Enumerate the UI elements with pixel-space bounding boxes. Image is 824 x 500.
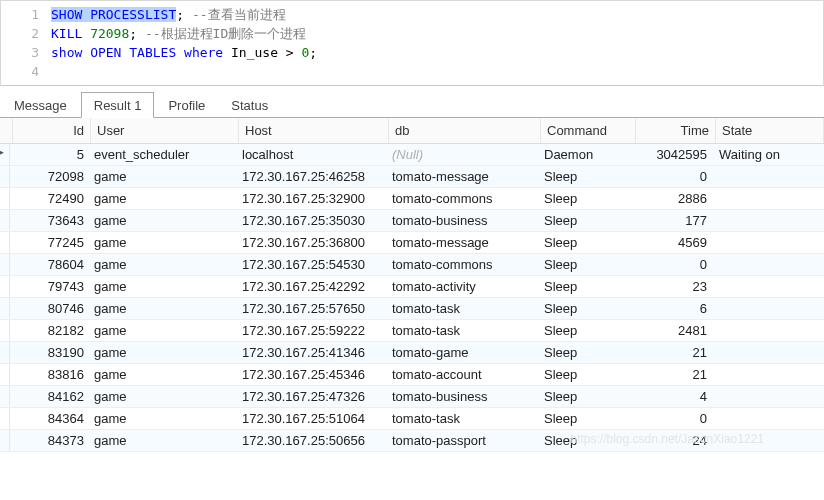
grid-header: Id User Host db Command Time State [0,118,824,144]
table-row[interactable]: 84364game172.30.167.25:51064tomato-taskS… [0,408,824,430]
table-row[interactable]: 73643game172.30.167.25:35030tomato-busin… [0,210,824,232]
tab-result-1[interactable]: Result 1 [81,92,155,118]
table-row[interactable]: 77245game172.30.167.25:36800tomato-messa… [0,232,824,254]
tab-profile[interactable]: Profile [156,93,217,117]
tab-status[interactable]: Status [219,93,280,117]
table-row[interactable]: 84373game172.30.167.25:50656tomato-passp… [0,430,824,452]
col-time[interactable]: Time [636,118,716,143]
col-host[interactable]: Host [239,118,389,143]
editor-code[interactable]: SHOW PROCESSLIST; --查看当前进程KILL 72098; --… [51,5,823,81]
table-row[interactable]: 83816game172.30.167.25:45346tomato-accou… [0,364,824,386]
table-row[interactable]: 72490game172.30.167.25:32900tomato-commo… [0,188,824,210]
table-row[interactable]: 79743game172.30.167.25:42292tomato-activ… [0,276,824,298]
col-user[interactable]: User [91,118,239,143]
col-command[interactable]: Command [541,118,636,143]
table-row[interactable]: 72098game172.30.167.25:46258tomato-messa… [0,166,824,188]
col-db[interactable]: db [389,118,541,143]
table-row[interactable]: 82182game172.30.167.25:59222tomato-taskS… [0,320,824,342]
table-row[interactable]: 78604game172.30.167.25:54530tomato-commo… [0,254,824,276]
result-tabs: MessageResult 1ProfileStatus [0,90,824,118]
col-state[interactable]: State [716,118,824,143]
table-row[interactable]: 83190game172.30.167.25:41346tomato-gameS… [0,342,824,364]
sql-editor[interactable]: 1234 SHOW PROCESSLIST; --查看当前进程KILL 7209… [0,0,824,86]
table-row[interactable]: 84162game172.30.167.25:47326tomato-busin… [0,386,824,408]
table-row[interactable]: 5event_schedulerlocalhost(Null)Daemon304… [0,144,824,166]
table-row[interactable]: 80746game172.30.167.25:57650tomato-taskS… [0,298,824,320]
col-id[interactable]: Id [13,118,91,143]
row-marker-header [0,118,13,143]
tab-message[interactable]: Message [2,93,79,117]
editor-gutter: 1234 [1,1,45,85]
processlist-grid: Id User Host db Command Time State 5even… [0,118,824,452]
